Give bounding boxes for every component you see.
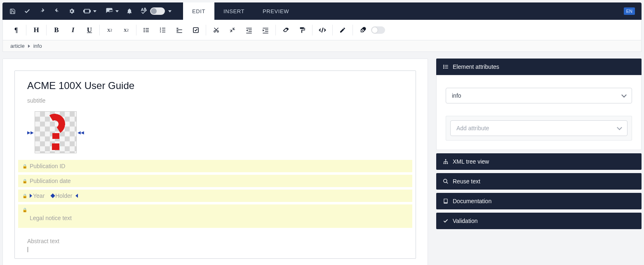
feather-icon[interactable] [355, 20, 371, 40]
svg-rect-39 [443, 68, 444, 68]
svg-rect-8 [146, 31, 149, 32]
svg-rect-18 [176, 32, 182, 33]
bold-icon[interactable]: B [48, 20, 65, 40]
legal-notice-field[interactable]: 🔒 Legal notice text [18, 204, 412, 228]
image-placeholder-row: ▶▶ ◀◀ [15, 111, 416, 153]
svg-rect-52 [444, 203, 447, 203]
breadcrumb: article info [2, 40, 642, 52]
svg-rect-1 [84, 10, 85, 12]
svg-rect-6 [146, 30, 149, 30]
svg-rect-36 [445, 65, 448, 66]
year-tag[interactable]: Year [30, 192, 45, 199]
element-select[interactable]: info [446, 88, 632, 103]
text-cursor[interactable]: | [15, 244, 416, 253]
side-panel: Element attributes info Add attribute XM [436, 59, 642, 229]
tab-edit[interactable]: EDIT [183, 2, 214, 20]
svg-rect-16 [176, 29, 182, 30]
copyright-field[interactable]: 🔒 Year Holder [18, 190, 412, 202]
bullet-list-icon[interactable] [138, 20, 155, 40]
chevron-down-icon [621, 92, 627, 98]
add-attribute-select[interactable]: Add attribute [450, 120, 628, 136]
lock-icon: 🔒 [22, 194, 27, 198]
subtitle-placeholder[interactable]: subtitle [27, 97, 45, 104]
tab-insert[interactable]: INSERT [214, 2, 254, 20]
comment-dropdown[interactable] [101, 2, 119, 20]
missing-image-icon[interactable] [35, 111, 77, 153]
svg-rect-0 [85, 9, 89, 13]
pencil-icon[interactable] [334, 20, 351, 40]
caret-left-icon: ◀◀ [78, 130, 84, 135]
reuse-text-panel: Reuse text [436, 173, 642, 190]
abstract-placeholder[interactable]: Abstract text [27, 238, 59, 244]
svg-rect-29 [263, 28, 268, 28]
reuse-text-header[interactable]: Reuse text [436, 173, 642, 190]
numbered-list-icon[interactable]: 123 [155, 20, 171, 40]
save-icon[interactable] [5, 2, 20, 20]
documentation-header[interactable]: Documentation [436, 193, 642, 209]
field-placeholder: Publication date [30, 178, 71, 184]
redo-icon[interactable] [49, 2, 64, 20]
paragraph-icon[interactable]: ¶ [8, 20, 24, 40]
underline-icon[interactable]: U [81, 20, 98, 40]
document-title[interactable]: ACME 100X User Guide [15, 80, 416, 91]
document-frame[interactable]: ACME 100X User Guide subtitle ▶▶ ◀◀ 🔒 Pu… [14, 70, 416, 259]
chevron-down-icon [115, 10, 119, 12]
gear-icon[interactable] [64, 2, 79, 20]
svg-rect-30 [265, 29, 268, 30]
subscript-icon[interactable]: x2 [118, 20, 134, 40]
svg-rect-27 [246, 33, 251, 33]
checkbox-icon[interactable] [188, 20, 204, 40]
definition-list-icon[interactable] [171, 20, 188, 40]
xml-tree-header[interactable]: XML tree view [436, 153, 642, 170]
language-badge[interactable]: EN [624, 7, 635, 15]
field-placeholder: Legal notice text [22, 215, 72, 221]
svg-point-3 [143, 28, 145, 29]
svg-rect-25 [249, 29, 252, 30]
svg-point-5 [143, 29, 145, 30]
breadcrumb-item[interactable]: info [33, 43, 42, 49]
svg-rect-17 [176, 30, 178, 31]
bell-icon[interactable] [122, 2, 137, 20]
element-attributes-header[interactable]: Element attributes [436, 59, 642, 75]
xml-tree-panel: XML tree view [436, 153, 642, 170]
svg-rect-35 [443, 65, 444, 66]
tree-icon [443, 159, 449, 164]
publication-id-field[interactable]: 🔒 Publication ID [18, 160, 412, 172]
outdent-icon[interactable] [241, 20, 257, 40]
chevron-down-icon [93, 10, 96, 12]
track-changes-toggle[interactable] [371, 26, 385, 34]
documentation-panel: Documentation [436, 193, 642, 209]
eraser-icon[interactable] [277, 20, 294, 40]
layout-dropdown[interactable] [79, 2, 96, 20]
svg-rect-12 [162, 30, 165, 30]
svg-rect-42 [444, 163, 444, 164]
validation-header[interactable]: Validation [436, 213, 642, 229]
svg-marker-28 [246, 29, 247, 31]
tab-preview[interactable]: PREVIEW [254, 2, 298, 20]
italic-icon[interactable]: I [65, 20, 81, 40]
top-toolbar: EDIT INSERT PREVIEW EN [2, 2, 642, 20]
svg-point-50 [444, 179, 447, 183]
svg-rect-14 [162, 32, 165, 32]
cut-icon[interactable] [208, 20, 224, 40]
format-toolbar: ¶ H B I U x2 x2 123 [2, 20, 642, 40]
superscript-icon[interactable]: x2 [101, 20, 118, 40]
select-placeholder: Add attribute [456, 125, 489, 131]
svg-rect-31 [265, 31, 268, 31]
format-painter-icon[interactable] [294, 20, 310, 40]
publication-date-field[interactable]: 🔒 Publication date [18, 175, 412, 187]
spellcheck-toggle[interactable] [137, 7, 175, 15]
svg-rect-2 [90, 10, 91, 12]
undo-icon[interactable] [35, 2, 49, 20]
chevron-down-icon [168, 10, 172, 12]
indent-icon[interactable] [257, 20, 274, 40]
element-attributes-panel: Element attributes info Add attribute [436, 59, 642, 150]
check-icon[interactable] [20, 2, 35, 20]
heading-icon[interactable]: H [28, 20, 45, 40]
breadcrumb-item[interactable]: article [10, 43, 25, 49]
pill-toggle-icon [150, 7, 165, 15]
collapse-icon[interactable] [224, 20, 241, 40]
code-icon[interactable] [314, 20, 331, 40]
holder-tag[interactable]: Holder [51, 192, 78, 199]
svg-point-7 [143, 31, 145, 32]
